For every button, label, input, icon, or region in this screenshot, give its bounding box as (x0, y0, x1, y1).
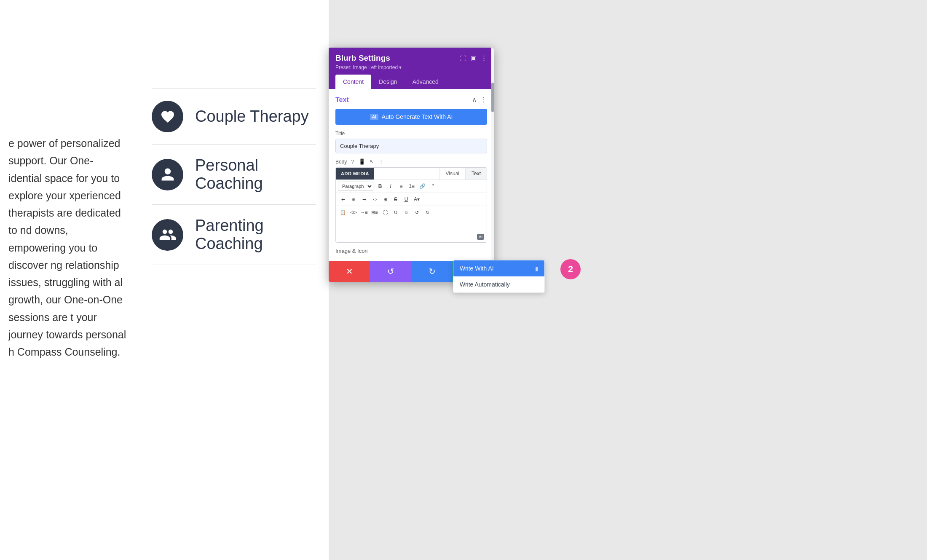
align-left-button[interactable]: ⬅ (338, 194, 348, 204)
ai-generate-button[interactable]: AI Auto Generate Text With AI (335, 109, 487, 125)
paragraph-select[interactable]: Paragraph (338, 182, 373, 191)
editor-content[interactable]: AI (336, 219, 487, 242)
list-item: Personal Coaching (152, 145, 316, 205)
undo-button[interactable]: ↺ (370, 261, 411, 282)
badge-circle: 2 (560, 259, 581, 279)
left-description: e power of personalized support. Our One… (0, 126, 135, 369)
text-section-title: Text (335, 96, 349, 104)
section-more-icon[interactable]: ⋮ (480, 96, 487, 104)
panel-header: Blurb Settings ⛶ ▣ ⋮ Preset: Image Left … (329, 48, 494, 89)
link-button[interactable]: 🔗 (417, 181, 427, 191)
title-field-label: Title (335, 131, 487, 137)
scrollbar-thumb[interactable] (491, 83, 494, 112)
ai-dropdown-menu: Write With AI ▮ Write Automatically (453, 260, 545, 293)
align-justify-button[interactable]: ⇔ (370, 194, 380, 204)
undo-toolbar-button[interactable]: ↺ (412, 207, 422, 217)
text-tab[interactable]: Text (465, 168, 487, 180)
blurb-settings-panel: Blurb Settings ⛶ ▣ ⋮ Preset: Image Left … (329, 48, 494, 282)
underline-button[interactable]: U (401, 194, 411, 204)
align-right-button[interactable]: ➡ (359, 194, 369, 204)
write-with-ai-option[interactable]: Write With AI ▮ (453, 260, 544, 276)
strikethrough-button[interactable]: S (391, 194, 401, 204)
ai-icon-badge: AI (370, 114, 378, 120)
align-center-button[interactable]: ≡ (348, 194, 359, 204)
blockquote-button[interactable]: " (428, 181, 438, 191)
paste-button[interactable]: 📋 (338, 207, 348, 217)
panel-scrollbar[interactable] (491, 48, 494, 282)
add-media-button[interactable]: ADD MEDIA (336, 168, 374, 180)
service-list: Couple Therapy Personal Coaching Parenti… (152, 88, 316, 265)
title-input[interactable] (335, 139, 487, 153)
mobile-icon[interactable]: 📱 (359, 158, 365, 165)
list-item: Parenting Coaching (152, 205, 316, 265)
ai-inline-badge[interactable]: AI (477, 234, 484, 240)
panel-preset[interactable]: Preset: Image Left imported ▾ (335, 64, 487, 70)
cursor-icon[interactable]: ↖ (370, 158, 374, 165)
collapse-icon[interactable]: ∧ (472, 96, 477, 104)
inline-code-button[interactable]: </> (348, 207, 359, 217)
cancel-button[interactable]: ✕ (329, 261, 370, 282)
tab-content[interactable]: Content (335, 75, 371, 89)
text-section-header: Text ∧ ⋮ (335, 96, 487, 104)
parenting-coaching-label: Parenting Coaching (195, 217, 316, 253)
ai-generate-label: Auto Generate Text With AI (382, 113, 453, 120)
list-item: Couple Therapy (152, 88, 316, 145)
layout-icon[interactable]: ▣ (471, 54, 477, 62)
special-chars-button[interactable]: Ω (391, 207, 401, 217)
image-icon-section-label: Image & Icon (335, 248, 487, 254)
panel-title: Blurb Settings (335, 54, 390, 63)
more-icon[interactable]: ⋮ (481, 54, 487, 62)
tab-advanced[interactable]: Advanced (405, 75, 446, 89)
cursor-pointer-indicator: ▮ (535, 265, 538, 272)
personal-coaching-label: Personal Coaching (195, 156, 316, 193)
unordered-list-button[interactable]: ≡ (396, 181, 406, 191)
ordered-list-button[interactable]: 1≡ (407, 181, 417, 191)
color-button[interactable]: A▾ (412, 194, 422, 204)
indent-button[interactable]: →≡ (359, 207, 369, 217)
visual-tab[interactable]: Visual (439, 168, 465, 180)
couple-therapy-icon (152, 101, 183, 132)
body-more-icon[interactable]: ⋮ (378, 158, 384, 165)
bold-button[interactable]: B (375, 181, 385, 191)
outdent-button[interactable]: ⊞≡ (370, 207, 380, 217)
panel-body: Text ∧ ⋮ AI Auto Generate Text With AI T… (329, 89, 494, 261)
body-label: Body (335, 159, 347, 165)
couple-therapy-label: Couple Therapy (195, 107, 309, 126)
table-button[interactable]: ⊞ (380, 194, 390, 204)
tab-design[interactable]: Design (371, 75, 405, 89)
editor-container: ADD MEDIA Visual Text Paragraph B I ≡ 1≡… (335, 167, 487, 243)
personal-coaching-icon (152, 159, 183, 190)
redo-button[interactable]: ↻ (411, 261, 453, 282)
help-icon[interactable]: ? (351, 158, 354, 165)
italic-button[interactable]: I (386, 181, 396, 191)
expand-icon[interactable]: ⛶ (460, 55, 466, 62)
fullscreen-button[interactable]: ⛶ (380, 207, 390, 217)
parenting-coaching-icon (152, 219, 183, 251)
redo-toolbar-button[interactable]: ↻ (422, 207, 432, 217)
emoji-button[interactable]: ☺ (401, 207, 411, 217)
write-automatically-option[interactable]: Write Automatically (453, 276, 544, 292)
